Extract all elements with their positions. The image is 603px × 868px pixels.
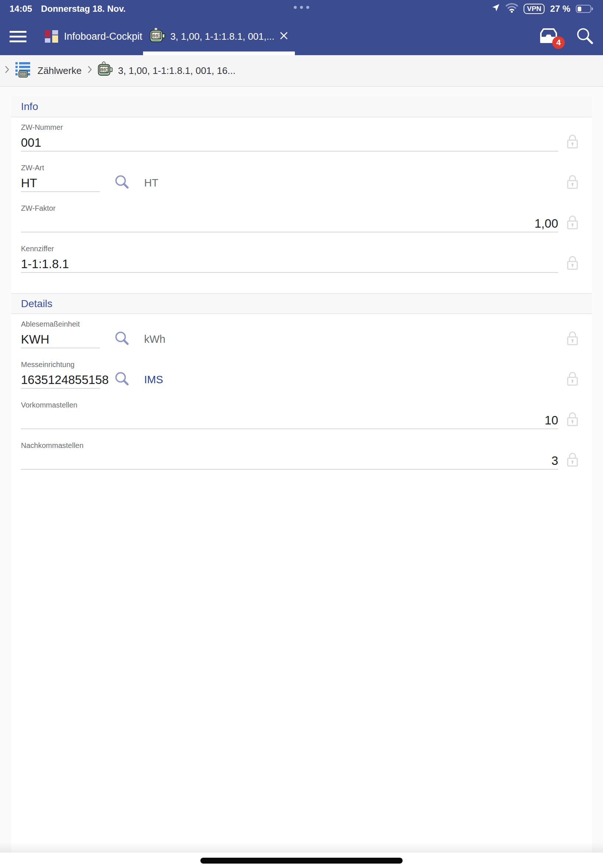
detail-form-card: Info ZW-Nummer 001: [11, 96, 592, 853]
field-value: 1,00: [535, 215, 558, 232]
wifi-icon: [506, 3, 518, 15]
field-label: ZW-Faktor: [21, 204, 558, 213]
section-header-details: Details: [11, 293, 592, 314]
lock-icon: [566, 412, 579, 429]
svg-text:0: 0: [100, 67, 103, 72]
search-icon: [576, 27, 594, 45]
value-help-icon[interactable]: [115, 372, 130, 388]
status-time: 14:05: [9, 4, 32, 14]
nav-actions: 4: [538, 27, 594, 46]
lock-icon: [566, 371, 579, 388]
lock-icon: [566, 134, 579, 151]
lock-icon: [566, 331, 579, 348]
app-header: 14:05 Donnerstag 18. Nov. VPN 27 %: [0, 0, 603, 55]
app-title: Infoboard-Cockpit: [64, 31, 142, 42]
field-label: Kennziffer: [21, 244, 558, 253]
breadcrumb: 000 Zählwerke 0 0 4 8 3, 1,00, 1-1:1.8.1…: [0, 55, 603, 87]
field-zw-art: ZW-Art HT HT: [11, 152, 592, 192]
svg-text:0: 0: [156, 34, 158, 39]
lock-icon: [566, 174, 579, 191]
field-value: KWH: [21, 331, 49, 348]
status-right: VPN 27 %: [491, 3, 594, 15]
section-title: Info: [21, 101, 38, 113]
field-value: 1-1:1.8.1: [21, 256, 69, 272]
app-screen: 14:05 Donnerstag 18. Nov. VPN 27 %: [0, 0, 603, 868]
inbox-button[interactable]: 4: [538, 28, 559, 45]
svg-text:0: 0: [153, 34, 155, 39]
field-label: Ablesemaßeinheit: [21, 320, 558, 328]
chevron-right-icon: [5, 65, 9, 76]
value-help-icon[interactable]: [115, 175, 130, 191]
breadcrumb-zaehlwerke[interactable]: Zählwerke: [37, 65, 82, 76]
field-value: 001: [21, 135, 41, 151]
messeinrichtung-input[interactable]: 1635124855158: [21, 371, 100, 389]
kennziffer-input[interactable]: 1-1:1.8.1: [21, 255, 558, 273]
field-label: Nachkommastellen: [21, 441, 558, 450]
field-nachkommastellen: Nachkommastellen 3: [11, 429, 592, 470]
section-header-info: Info: [11, 96, 592, 117]
section-title: Details: [21, 298, 53, 310]
field-messeinrichtung: Messeinrichtung 1635124855158 IMS: [11, 348, 592, 389]
field-value: 10: [544, 412, 558, 429]
tab-close-icon[interactable]: [280, 31, 288, 42]
counter-icon: 0 0 4 8: [150, 27, 165, 46]
breadcrumb-current: 3, 1,00, 1-1:1.8.1, 001, 16...: [118, 65, 235, 76]
register-list-icon: 000: [15, 61, 32, 80]
field-description: kWh: [144, 333, 165, 345]
field-label: Messeinrichtung: [21, 360, 558, 369]
battery-icon: [576, 5, 591, 13]
field-description-link[interactable]: IMS: [144, 374, 163, 386]
status-bar: 14:05 Donnerstag 18. Nov. VPN 27 %: [0, 0, 603, 18]
status-date: Donnerstag 18. Nov.: [41, 4, 125, 14]
hamburger-menu-icon[interactable]: [9, 31, 26, 42]
field-label: ZW-Nummer: [21, 123, 558, 132]
vorkommastellen-input[interactable]: 10: [21, 412, 558, 429]
home-indicator[interactable]: [200, 858, 403, 863]
nav-bar: Infoboard-Cockpit 0 0 4 8: [0, 18, 603, 55]
value-help-icon[interactable]: [115, 331, 130, 348]
ablesemasseinheit-input[interactable]: KWH: [21, 331, 100, 348]
bottom-bar: [0, 853, 603, 868]
field-vorkommastellen: Vorkommastellen 10: [11, 389, 592, 429]
counter-icon: 0 0 4 8: [98, 62, 113, 80]
page-content: Info ZW-Nummer 001: [0, 87, 603, 868]
field-value: 3: [552, 453, 558, 469]
zw-nummer-input[interactable]: 001: [21, 134, 558, 152]
field-label: Vorkommastellen: [21, 401, 558, 409]
nachkommastellen-input[interactable]: 3: [21, 452, 558, 470]
battery-percent: 27 %: [550, 4, 570, 14]
tab-zaehlwerk[interactable]: 0 0 4 8 3, 1,00, 1-1:1.8.1, 001,...: [143, 18, 295, 55]
lock-icon: [566, 255, 579, 272]
field-description: HT: [144, 177, 158, 189]
field-zw-faktor: ZW-Faktor 1,00: [11, 192, 592, 232]
tab-label: 3, 1,00, 1-1:1.8.1, 001,...: [170, 31, 274, 42]
svg-text:000: 000: [20, 73, 26, 76]
svg-text:8: 8: [158, 36, 160, 39]
field-value: 1635124855158: [21, 372, 109, 388]
status-left: 14:05 Donnerstag 18. Nov.: [9, 4, 126, 14]
inbox-badge: 4: [552, 36, 565, 49]
field-kennziffer: Kennziffer 1-1:1.8.1: [11, 232, 592, 273]
field-label: ZW-Art: [21, 163, 558, 172]
field-zw-nummer: ZW-Nummer 001: [11, 117, 592, 152]
vpn-badge: VPN: [524, 4, 544, 14]
active-tab-indicator: [143, 51, 295, 55]
field-ablesemasseinheit: Ablesemaßeinheit KWH kWh: [11, 314, 592, 348]
zw-art-input[interactable]: HT: [21, 174, 100, 192]
multitask-dots-icon[interactable]: [294, 6, 309, 9]
lock-icon: [566, 452, 579, 469]
svg-text:0: 0: [103, 67, 106, 72]
zw-faktor-input[interactable]: 1,00: [21, 215, 558, 232]
chevron-right-icon: [87, 65, 92, 76]
location-arrow-icon: [491, 3, 500, 14]
app-logo[interactable]: [45, 30, 58, 43]
field-value: HT: [21, 175, 37, 191]
search-button[interactable]: [576, 27, 594, 46]
lock-icon: [566, 215, 579, 232]
svg-text:8: 8: [106, 70, 108, 73]
